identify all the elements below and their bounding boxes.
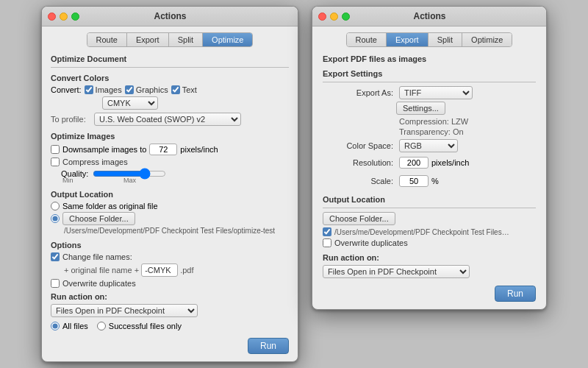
min-label: Min: [62, 177, 74, 184]
tab-optimize-2[interactable]: Optimize: [462, 33, 512, 46]
all-files-row: All files Successful files only: [51, 320, 289, 332]
graphics-label: Graphics: [136, 85, 168, 94]
same-folder-label: Same folder as original file: [62, 202, 158, 210]
scale-value-row: %: [399, 175, 536, 187]
transparency-value: On: [453, 127, 464, 136]
max-label: Max: [123, 177, 136, 184]
resolution-row: Resolution: pixels/inch: [323, 155, 536, 171]
sep2: [323, 82, 536, 82]
change-file-names-row: Change file names:: [51, 252, 289, 261]
resolution-input[interactable]: [399, 157, 429, 169]
run-action-header-2: Run action on:: [323, 253, 536, 262]
same-folder-radio[interactable]: [51, 202, 60, 210]
run-action-header-1: Run action on:: [51, 292, 289, 301]
folder-path-2: /Users/me/Development/PDF Checkpoint Tes…: [334, 228, 511, 236]
run-action-select-1[interactable]: Files Open in PDF Checkpoint: [51, 304, 198, 317]
choose-folder-radio[interactable]: [51, 214, 60, 223]
run-button-1[interactable]: Run: [248, 338, 289, 354]
tab-split-1[interactable]: Split: [169, 33, 203, 46]
color-space-row: Color Space: RGB CMYK Grayscale: [323, 139, 536, 152]
folder-path-checkbox-2[interactable]: [323, 227, 331, 236]
suffix-input[interactable]: [141, 263, 178, 277]
images-checkbox[interactable]: [85, 85, 93, 94]
run-action-select-2[interactable]: Files Open in PDF Checkpoint: [323, 265, 470, 278]
images-check-group: Images: [85, 85, 122, 94]
compress-row: Compress images: [51, 158, 289, 166]
change-file-names-checkbox[interactable]: [51, 252, 60, 261]
run-action-row-2: Files Open in PDF Checkpoint: [323, 265, 536, 278]
scale-input[interactable]: [399, 175, 429, 187]
all-files-label: All files: [62, 322, 88, 330]
choose-folder-button-2[interactable]: Choose Folder...: [323, 212, 395, 225]
text-check-group: Text: [171, 85, 197, 94]
convert-row: Convert: Images Graphics Text: [51, 85, 289, 94]
export-as-select[interactable]: TIFF JPEG PNG: [399, 86, 473, 99]
choose-folder-button-1[interactable]: Choose Folder...: [62, 212, 135, 225]
run-button-row-1: Run: [51, 338, 289, 354]
pixels-inch-label: pixels/inch: [180, 145, 218, 154]
compression-row: Compression: LZW: [399, 117, 536, 126]
slider-container: Quality:: [62, 169, 289, 178]
tab-route-1[interactable]: Route: [87, 33, 127, 46]
successful-files-radio[interactable]: [97, 322, 106, 330]
sep1: [51, 67, 289, 68]
graphics-check-group: Graphics: [125, 85, 168, 94]
choose-folder-row: Choose Folder...: [51, 212, 289, 225]
scale-label: Scale:: [323, 177, 396, 185]
tab-optimize-1[interactable]: Optimize: [203, 33, 252, 46]
settings-button[interactable]: Settings...: [396, 102, 445, 115]
output-location-header-2: Output Location: [323, 195, 536, 204]
successful-label: Successful files only: [109, 322, 182, 330]
compress-checkbox[interactable]: [51, 158, 60, 166]
cmyk-select[interactable]: CMYK RGB Grayscale: [102, 96, 158, 110]
scale-row: Scale: %: [323, 173, 536, 189]
overwrite-checkbox-1[interactable]: [51, 279, 60, 288]
window-content-1: Route Export Split Optimize Optimize Doc…: [42, 26, 298, 361]
window-content-2: Route Export Split Optimize Export PDF f…: [312, 26, 546, 309]
folder-path-1: /Users/me/Development/PDF Checkpoint Tes…: [64, 227, 284, 235]
compress-label: Compress images: [62, 158, 128, 166]
all-files-radio-row: All files: [51, 322, 88, 330]
convert-label: Convert:: [51, 85, 82, 94]
window-optimize: Actions Route Export Split Optimize Opti…: [41, 6, 298, 362]
sep3: [323, 208, 536, 208]
tab-route-2[interactable]: Route: [347, 33, 387, 46]
downsample-input[interactable]: [149, 144, 177, 155]
downsample-label: Downsample images to: [62, 145, 146, 154]
color-space-select[interactable]: RGB CMYK Grayscale: [399, 139, 458, 152]
pdf-ext: .pdf: [180, 266, 193, 275]
run-button-row-2: Run: [323, 286, 536, 302]
titlebar-optimize: Actions: [42, 7, 298, 26]
tab-split-2[interactable]: Split: [429, 33, 462, 46]
tab-bar-1: Route Export Split Optimize: [87, 32, 254, 47]
run-button-2[interactable]: Run: [495, 286, 536, 302]
compression-value: LZW: [451, 117, 468, 126]
text-checkbox[interactable]: [171, 85, 180, 94]
profile-select[interactable]: U.S. Web Coated (SWOP) v2: [94, 113, 241, 126]
transparency-label: Transparency:: [399, 127, 451, 136]
tab-export-2[interactable]: Export: [387, 33, 429, 46]
export-description: Export PDF files as images: [323, 54, 536, 63]
overwrite-label-1: Overwrite duplicates: [62, 279, 136, 288]
optimize-doc-header: Optimize Document: [51, 54, 289, 63]
prefix-label: + original file name +: [64, 266, 139, 275]
choose-folder-row-2: Choose Folder...: [323, 212, 536, 225]
downsample-checkbox[interactable]: [51, 145, 60, 154]
overwrite-row-2: Overwrite duplicates: [323, 238, 536, 247]
export-as-row: Export As: TIFF JPEG PNG: [323, 86, 536, 99]
same-folder-row: Same folder as original file: [51, 202, 289, 210]
all-files-radio[interactable]: [51, 322, 60, 330]
resolution-unit: pixels/inch: [431, 158, 469, 167]
text-label: Text: [182, 85, 197, 94]
color-space-label: Color Space:: [323, 141, 396, 150]
overwrite-checkbox-2[interactable]: [323, 238, 331, 247]
tab-export-1[interactable]: Export: [127, 33, 169, 46]
cmyk-row: CMYK RGB Grayscale: [102, 96, 289, 110]
transparency-row: Transparency: On: [399, 127, 536, 136]
export-as-label: Export As:: [323, 88, 396, 97]
graphics-checkbox[interactable]: [125, 85, 134, 94]
convert-colors-header: Convert Colors: [51, 74, 289, 82]
scale-unit: %: [431, 177, 439, 185]
resolution-label: Resolution:: [323, 158, 396, 167]
window-title-2: Actions: [319, 11, 540, 21]
